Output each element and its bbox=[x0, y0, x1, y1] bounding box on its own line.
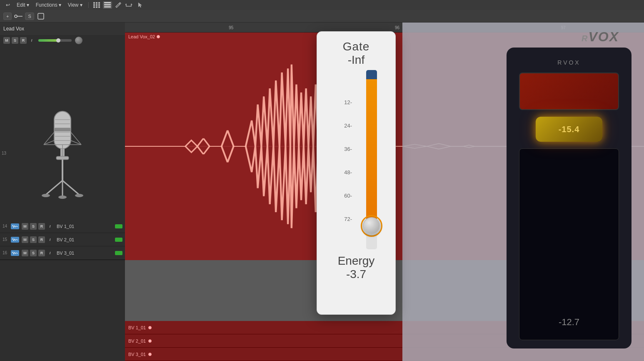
functions-menu-btn[interactable]: Functions ▾ bbox=[33, 2, 64, 8]
input-btn-14[interactable]: I bbox=[47, 223, 53, 230]
mute-btn[interactable]: M bbox=[3, 37, 10, 44]
svg-rect-8 bbox=[98, 6, 100, 8]
svg-rect-3 bbox=[93, 4, 95, 6]
svg-rect-23 bbox=[56, 156, 69, 160]
left-panel: Lead Vox M S R I 13 bbox=[0, 23, 125, 361]
rvox-background: RVOX RVOX -15.4 -12.7 bbox=[402, 23, 644, 361]
track-15-label: BV 2_01 bbox=[57, 237, 74, 242]
track-16-number: 16 bbox=[2, 251, 9, 255]
record-btn[interactable]: R bbox=[20, 37, 27, 44]
track-14-indicator bbox=[115, 224, 122, 228]
svg-rect-11 bbox=[104, 6, 111, 8]
audio-track-icon[interactable] bbox=[14, 12, 22, 20]
svg-rect-10 bbox=[104, 4, 111, 5]
top-toolbar: ↩ Edit ▾ Functions ▾ View ▾ bbox=[0, 0, 644, 10]
svg-rect-7 bbox=[96, 6, 97, 8]
track-16-label: BV 3_01 bbox=[57, 251, 74, 256]
db-12-label: 12- bbox=[344, 99, 352, 105]
track-14-header: 14 M S R I BV 1_01 bbox=[0, 220, 125, 233]
rvox-knob-area[interactable]: -15.4 bbox=[536, 117, 602, 142]
bottom-tracks-headers: 14 M S R I BV 1_01 15 bbox=[0, 220, 125, 260]
rvox-knob[interactable]: -15.4 bbox=[536, 117, 602, 142]
view-label: View bbox=[68, 2, 79, 8]
edit-chevron: ▾ bbox=[27, 2, 29, 8]
svg-point-29 bbox=[75, 194, 83, 197]
svg-rect-0 bbox=[93, 2, 95, 4]
meter-fill bbox=[366, 79, 377, 225]
input-btn[interactable]: I bbox=[28, 37, 35, 44]
track-15-indicator bbox=[115, 238, 122, 242]
settings-icon[interactable] bbox=[37, 12, 45, 20]
bv2-clip-label: BV 2_01 bbox=[128, 338, 146, 343]
input-btn-15[interactable]: I bbox=[47, 236, 53, 243]
solo-btn-15[interactable]: S bbox=[30, 236, 37, 243]
back-btn[interactable]: ↩ bbox=[3, 2, 12, 8]
solo-track-btn[interactable]: S bbox=[12, 37, 18, 44]
record-btn-15[interactable]: R bbox=[38, 236, 45, 243]
ruler-mark-96: 96 bbox=[395, 25, 399, 30]
functions-chevron: ▾ bbox=[59, 2, 61, 8]
svg-point-12 bbox=[15, 15, 17, 18]
db-labels: 12- 24- 36- 48- 60- 72- bbox=[331, 70, 352, 249]
rvox-title-text: RVOX bbox=[557, 59, 580, 66]
waveform-icon-15 bbox=[11, 237, 19, 243]
lead-vox-track-header: Lead Vox M S R I 13 bbox=[0, 23, 125, 260]
svg-line-25 bbox=[46, 180, 62, 195]
svg-rect-2 bbox=[98, 2, 100, 4]
add-track-btn[interactable]: + bbox=[3, 13, 12, 20]
edit-menu-btn[interactable]: Edit ▾ bbox=[14, 2, 32, 8]
view-menu-btn[interactable]: View ▾ bbox=[65, 2, 85, 8]
cursor-icon-btn[interactable] bbox=[135, 1, 145, 9]
svg-rect-5 bbox=[98, 4, 100, 6]
rvox-knob-value: -15.4 bbox=[559, 125, 580, 134]
track-15-header: 15 M S R I BV 2_01 bbox=[0, 233, 125, 246]
meter-handle[interactable] bbox=[363, 217, 380, 235]
svg-rect-4 bbox=[96, 4, 97, 6]
svg-point-30 bbox=[58, 196, 67, 199]
svg-rect-13 bbox=[38, 13, 44, 19]
svg-point-28 bbox=[42, 194, 50, 197]
gate-value-display: -Inf bbox=[348, 53, 364, 67]
svg-rect-1 bbox=[96, 2, 97, 4]
solo-btn-14[interactable]: S bbox=[30, 223, 37, 230]
gate-energy-popup[interactable]: Gate -Inf 12- 24- 36- 48- 60- 72- Energ bbox=[317, 31, 396, 315]
bv1-status-dot bbox=[148, 326, 152, 329]
back-icon: ↩ bbox=[6, 2, 10, 8]
mute-btn-14[interactable]: M bbox=[22, 223, 28, 230]
svg-rect-9 bbox=[104, 2, 111, 3]
waveform-icon-14 bbox=[11, 223, 19, 229]
record-btn-14[interactable]: R bbox=[38, 223, 45, 230]
volume-slider[interactable] bbox=[38, 39, 72, 42]
waveform-icon-16 bbox=[11, 250, 19, 256]
view-chevron: ▾ bbox=[80, 2, 82, 8]
db-36-label: 36- bbox=[344, 146, 352, 152]
db-60-label: 60- bbox=[344, 193, 352, 199]
rvox-top-label: RVOX bbox=[519, 56, 619, 69]
energy-title: Energy bbox=[338, 254, 375, 268]
track-14-label: BV 1_01 bbox=[57, 224, 74, 229]
rvox-red-display bbox=[519, 73, 619, 110]
record-btn-16[interactable]: R bbox=[38, 250, 45, 256]
track-name-bar: Lead Vox bbox=[0, 23, 125, 35]
bv1-clip-label: BV 1_01 bbox=[128, 325, 146, 330]
db-72-label: 72- bbox=[344, 216, 352, 222]
mute-btn-16[interactable]: M bbox=[22, 250, 28, 256]
bv3-clip-label: BV 3_01 bbox=[128, 352, 146, 357]
grid-icon-btn[interactable] bbox=[92, 1, 101, 9]
svg-line-26 bbox=[62, 180, 79, 195]
svg-rect-24 bbox=[62, 160, 63, 180]
gate-meter-container: 12- 24- 36- 48- 60- 72- bbox=[331, 70, 381, 249]
toolbar-sep-1 bbox=[88, 2, 89, 8]
solo-btn[interactable]: S bbox=[25, 13, 34, 20]
input-btn-16[interactable]: I bbox=[47, 250, 53, 256]
list-icon-btn[interactable] bbox=[103, 1, 112, 9]
loop-icon-btn[interactable] bbox=[125, 1, 134, 9]
solo-btn-16[interactable]: S bbox=[30, 250, 37, 256]
pencil-icon-btn[interactable] bbox=[114, 1, 123, 9]
rvox-logo: RVOX bbox=[582, 29, 619, 45]
pan-knob[interactable] bbox=[75, 37, 82, 44]
bv2-status-dot bbox=[148, 339, 152, 343]
bv3-status-dot bbox=[148, 353, 152, 356]
rvox-bottom-value: -12.7 bbox=[559, 317, 579, 328]
mute-btn-15[interactable]: M bbox=[22, 236, 28, 243]
